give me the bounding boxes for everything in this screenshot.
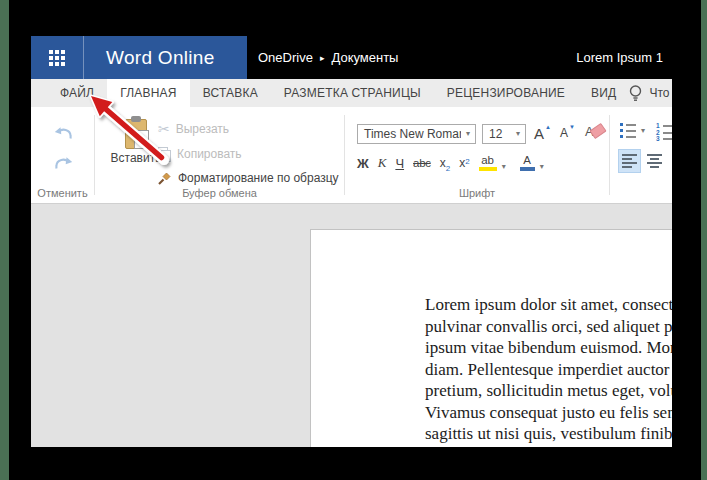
undo-button[interactable] bbox=[51, 124, 75, 142]
align-center-button[interactable] bbox=[643, 149, 666, 173]
screen-edge-right bbox=[701, 0, 707, 480]
document-title[interactable]: Lorem Ipsum 1 bbox=[576, 36, 672, 79]
shrink-font-icon: A bbox=[560, 126, 568, 140]
font-group-label: Шрифт bbox=[345, 187, 609, 199]
paragraph-group: ▾ 1 2 3 bbox=[610, 107, 672, 203]
bullet-list-icon bbox=[620, 123, 636, 138]
document-text-line: sagittis ut nisi quis, vestibulum finibu… bbox=[425, 423, 672, 445]
chevron-down-icon: ▾ bbox=[511, 130, 525, 138]
format-painter-button[interactable]: Форматирование по образцу bbox=[158, 170, 339, 186]
ribbon-tab-row: ФАЙЛ ГЛАВНАЯ ВСТАВКА РАЗМЕТКА СТРАНИЦЫ Р… bbox=[31, 79, 672, 107]
tab-page-layout[interactable]: РАЗМЕТКА СТРАНИЦЫ bbox=[271, 79, 434, 107]
clipboard-group: Вставить ✂ Вырезать Копировать Форматиро… bbox=[95, 107, 344, 203]
align-left-button[interactable] bbox=[618, 149, 641, 173]
format-painter-label: Форматирование по образцу bbox=[178, 171, 339, 185]
font-buttons-row: Ж К Ч abc x2 x2 ab ▾ bbox=[357, 152, 558, 174]
breadcrumb: OneDrive ▸ Документы bbox=[247, 36, 576, 79]
shrink-triangle-icon: ▼ bbox=[569, 124, 575, 130]
undo-group: Отменить bbox=[31, 107, 94, 203]
document-text-line: pretium, sollicitudin metus eget, volutp… bbox=[425, 380, 672, 402]
document-text-line: diam. Pellentesque imperdiet auctor vel bbox=[425, 359, 672, 381]
clipboard-group-label: Буфер обмена bbox=[95, 187, 344, 199]
tell-me-button[interactable]: Что в bbox=[629, 79, 672, 107]
font-size-dropdown[interactable]: 12 ▾ bbox=[482, 124, 526, 144]
undo-group-label: Отменить bbox=[31, 187, 94, 199]
breadcrumb-documents-link[interactable]: Документы bbox=[331, 50, 398, 65]
font-color-button[interactable]: А ▾ bbox=[520, 155, 549, 172]
copy-button[interactable]: Копировать bbox=[158, 146, 242, 162]
font-color-icon: А bbox=[520, 155, 535, 172]
font-group: Times New Roman ▾ 12 ▾ A▲ A▼ A Ж К Ч abc bbox=[345, 107, 609, 203]
document-page[interactable]: Lorem ipsum dolor sit amet, consectetur … bbox=[310, 229, 672, 447]
word-online-window: Word Online OneDrive ▸ Документы Lorem I… bbox=[31, 36, 672, 447]
shrink-font-button[interactable]: A▼ bbox=[560, 122, 574, 144]
app-launcher-grid-icon bbox=[49, 50, 65, 66]
grow-font-button[interactable]: A▲ bbox=[534, 122, 550, 144]
paste-button[interactable]: Вставить bbox=[107, 116, 165, 165]
bullets-button[interactable]: ▾ bbox=[620, 123, 650, 138]
document-text-line: Lorem ipsum dolor sit amet, consectetur bbox=[425, 294, 672, 316]
document-canvas-area: Lorem ipsum dolor sit amet, consectetur … bbox=[31, 204, 672, 447]
alignment-buttons-row bbox=[618, 149, 672, 173]
chevron-down-icon: ▾ bbox=[535, 163, 549, 171]
bold-button[interactable]: Ж bbox=[357, 156, 369, 171]
tell-me-label: Что в bbox=[649, 86, 672, 100]
tab-review[interactable]: РЕЦЕНЗИРОВАНИЕ bbox=[434, 79, 578, 107]
grow-triangle-icon: ▲ bbox=[545, 124, 551, 130]
ribbon: Отменить Вставить ✂ Вырезать Копировать bbox=[31, 107, 672, 204]
cut-label: Вырезать bbox=[176, 122, 229, 136]
font-name-dropdown[interactable]: Times New Roman ▾ bbox=[357, 124, 476, 144]
grow-font-icon: A bbox=[534, 125, 544, 142]
paste-label: Вставить bbox=[107, 151, 165, 165]
italic-button[interactable]: К bbox=[378, 155, 387, 171]
redo-icon bbox=[54, 156, 73, 171]
align-center-icon bbox=[647, 153, 662, 169]
scissors-icon: ✂ bbox=[158, 122, 170, 136]
document-text-line: ipsum vitae bibendum euismod. Morbi bbox=[425, 337, 672, 359]
redo-button[interactable] bbox=[51, 154, 75, 172]
font-name-value: Times New Roman bbox=[358, 127, 461, 141]
tab-home[interactable]: ГЛАВНАЯ bbox=[107, 79, 189, 107]
font-size-value: 12 bbox=[483, 127, 511, 141]
align-left-icon bbox=[622, 153, 637, 169]
subscript-button[interactable]: x2 bbox=[440, 156, 450, 170]
screen-edge-left bbox=[0, 0, 9, 480]
screenshot-canvas: { "topbar": { "app_name": "Word Online",… bbox=[0, 0, 707, 480]
superscript-button[interactable]: x2 bbox=[459, 156, 469, 170]
paste-clipboard-icon bbox=[123, 116, 149, 149]
chevron-down-icon: ▾ bbox=[497, 163, 511, 171]
undo-icon bbox=[54, 126, 73, 141]
document-text-line: Vivamus consequat justo eu felis semper bbox=[425, 402, 672, 424]
highlight-icon: ab bbox=[479, 155, 497, 172]
superscript-mark: 2 bbox=[465, 157, 469, 166]
numbered-list-icon: 1 2 3 bbox=[656, 123, 672, 138]
tab-view[interactable]: ВИД bbox=[578, 79, 629, 107]
format-painter-brush-icon bbox=[158, 171, 172, 185]
highlight-color-button[interactable]: ab ▾ bbox=[479, 155, 511, 172]
document-text-line: pulvinar convallis orci, sed aliquet pur… bbox=[425, 316, 672, 338]
subscript-mark: 2 bbox=[446, 164, 450, 173]
brand-area: Word Online bbox=[31, 36, 247, 79]
suite-top-bar: Word Online OneDrive ▸ Документы Lorem I… bbox=[31, 36, 672, 79]
align-right-button[interactable] bbox=[668, 149, 672, 173]
tab-file[interactable]: ФАЙЛ bbox=[47, 79, 107, 107]
tab-insert[interactable]: ВСТАВКА bbox=[190, 79, 271, 107]
app-title: Word Online bbox=[84, 36, 215, 79]
list-buttons-row: ▾ 1 2 3 bbox=[620, 123, 672, 138]
chevron-down-icon: ▾ bbox=[461, 130, 475, 138]
app-launcher-button[interactable] bbox=[31, 36, 83, 79]
copy-icon bbox=[158, 147, 171, 161]
cut-button[interactable]: ✂ Вырезать bbox=[158, 121, 229, 137]
breadcrumb-onedrive-link[interactable]: OneDrive bbox=[258, 50, 313, 65]
chevron-down-icon: ▾ bbox=[636, 127, 650, 135]
lightbulb-icon bbox=[629, 85, 642, 102]
numbering-button[interactable]: 1 2 3 bbox=[656, 123, 672, 138]
clear-formatting-button[interactable]: A bbox=[585, 122, 605, 144]
underline-button[interactable]: Ч bbox=[395, 156, 404, 171]
strikethrough-button[interactable]: abc bbox=[413, 157, 431, 169]
copy-label: Копировать bbox=[177, 147, 242, 161]
breadcrumb-separator-icon: ▸ bbox=[320, 53, 325, 63]
